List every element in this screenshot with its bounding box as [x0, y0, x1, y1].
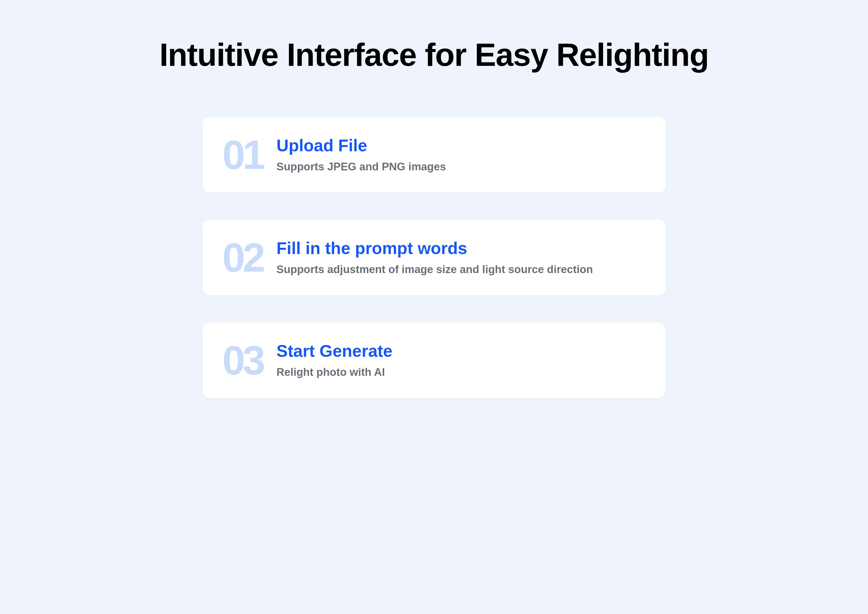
step-card-3: 03 Start Generate Relight photo with AI [203, 323, 665, 398]
step-text: Fill in the prompt words Supports adjust… [276, 239, 593, 276]
page-heading: Intuitive Interface for Easy Relighting [160, 35, 708, 75]
step-title: Fill in the prompt words [276, 239, 593, 257]
step-desc: Relight photo with AI [276, 366, 392, 379]
steps-list: 01 Upload File Supports JPEG and PNG ima… [203, 117, 665, 398]
step-text: Upload File Supports JPEG and PNG images [276, 136, 446, 173]
step-number: 03 [223, 340, 263, 381]
step-card-2: 02 Fill in the prompt words Supports adj… [203, 220, 665, 295]
step-desc: Supports adjustment of image size and li… [276, 263, 593, 276]
step-number: 02 [223, 237, 263, 278]
step-desc: Supports JPEG and PNG images [276, 160, 446, 173]
step-title: Start Generate [276, 342, 392, 360]
step-card-1: 01 Upload File Supports JPEG and PNG ima… [203, 117, 665, 192]
step-number: 01 [223, 135, 263, 175]
step-title: Upload File [276, 136, 446, 155]
step-text: Start Generate Relight photo with AI [276, 342, 392, 379]
